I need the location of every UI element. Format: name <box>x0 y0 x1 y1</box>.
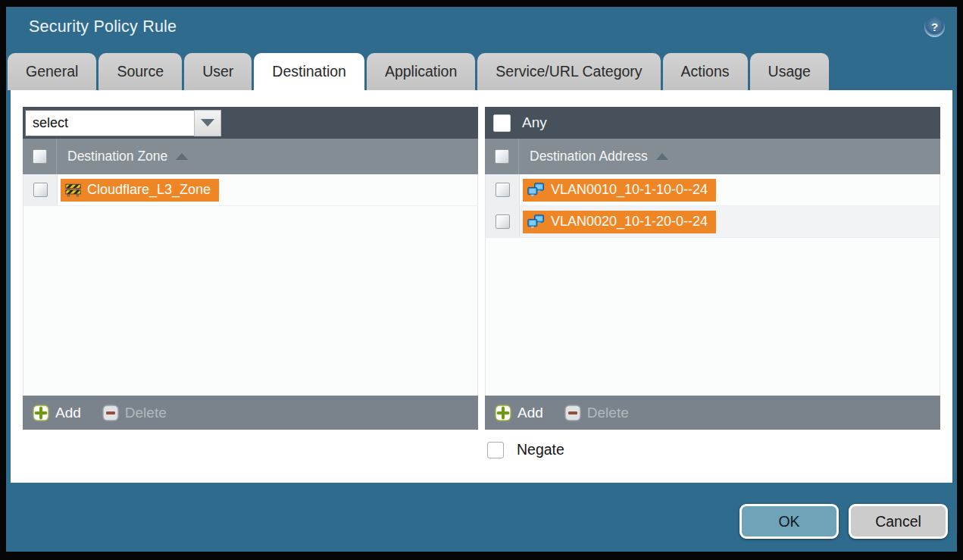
tab-general[interactable]: General <box>8 53 96 90</box>
any-toggle[interactable]: Any <box>487 114 547 132</box>
plus-icon <box>33 405 49 421</box>
destination-zone-panel: Destination Zone <box>23 107 478 430</box>
minus-icon <box>564 405 581 421</box>
destination-tab-content: Destination Zone <box>11 90 952 483</box>
address-add-label: Add <box>517 405 543 421</box>
tab-user[interactable]: User <box>184 53 252 90</box>
destination-address-panel: Any Destination Address <box>485 107 940 430</box>
zone-column-header: Destination Zone <box>23 139 478 174</box>
zone-select-input[interactable] <box>25 110 194 136</box>
zone-select-dropdown-button[interactable] <box>194 110 221 136</box>
tab-service-url-category[interactable]: Service/URL Category <box>477 53 660 90</box>
minus-icon <box>102 405 119 421</box>
zone-item[interactable]: Cloudflare_L3_Zone <box>61 179 219 202</box>
dialog-title: Security Policy Rule <box>29 17 177 36</box>
zone-list: Cloudflare_L3_Zone <box>23 174 478 396</box>
zone-item-label: Cloudflare_L3_Zone <box>87 182 211 198</box>
negate-row: Negate <box>23 441 940 458</box>
dialog-titlebar: Security Policy Rule ? <box>6 7 957 53</box>
tab-actions[interactable]: Actions <box>663 53 748 90</box>
cancel-button[interactable]: Cancel <box>849 504 948 539</box>
plus-icon <box>495 405 511 421</box>
zone-delete-label: Delete <box>125 405 167 421</box>
address-item[interactable]: VLAN0010_10-1-10-0--24 <box>523 179 716 202</box>
any-label: Any <box>522 114 547 131</box>
address-select-all-checkbox[interactable] <box>495 149 509 164</box>
zone-panel-toolbar <box>23 107 478 139</box>
address-row-checkbox[interactable] <box>496 183 510 197</box>
tab-application[interactable]: Application <box>367 53 475 90</box>
address-column-header: Destination Address <box>485 139 940 174</box>
tab-usage[interactable]: Usage <box>750 53 829 90</box>
sort-asc-icon <box>176 153 188 160</box>
negate-toggle[interactable]: Negate <box>485 441 940 458</box>
network-address-icon <box>527 214 545 229</box>
address-column-sort[interactable]: Destination Address <box>519 139 668 174</box>
zone-select-combo <box>25 110 221 136</box>
address-row: VLAN0010_10-1-10-0--24 <box>486 174 940 206</box>
address-delete-button[interactable]: Delete <box>564 405 629 421</box>
zone-add-button[interactable]: Add <box>33 405 81 421</box>
any-checkbox[interactable] <box>493 114 511 132</box>
address-select-all-cell <box>485 139 519 174</box>
zone-select-all-checkbox[interactable] <box>33 149 47 164</box>
address-row-checkbox[interactable] <box>496 214 510 229</box>
zone-row: Cloudflare_L3_Zone <box>23 174 477 206</box>
help-icon[interactable]: ? <box>924 17 945 37</box>
security-policy-rule-dialog: Security Policy Rule ? General Source Us… <box>0 0 963 560</box>
sort-asc-icon <box>656 153 668 160</box>
ok-button[interactable]: OK <box>739 504 839 539</box>
address-column-label: Destination Address <box>530 149 648 164</box>
tab-source[interactable]: Source <box>98 53 182 90</box>
dialog-footer: OK Cancel <box>6 483 957 552</box>
network-address-icon <box>527 183 545 197</box>
zone-column-label: Destination Zone <box>67 149 167 164</box>
tab-destination[interactable]: Destination <box>254 53 364 90</box>
zone-column-sort[interactable]: Destination Zone <box>57 139 188 174</box>
negate-checkbox[interactable] <box>487 442 504 458</box>
tab-strip: General Source User Destination Applicat… <box>6 53 957 90</box>
address-panel-toolbar: Any <box>485 107 940 139</box>
address-panel-footer: Add Delete <box>485 396 940 430</box>
address-row: VLAN0020_10-1-20-0--24 <box>486 206 940 238</box>
zone-select-all-cell <box>23 139 57 174</box>
zone-delete-button[interactable]: Delete <box>102 405 167 421</box>
address-list: VLAN0010_10-1-10-0--24 <box>485 174 940 396</box>
zone-row-checkbox[interactable] <box>33 183 48 197</box>
address-row-checkbox-cell <box>486 206 520 237</box>
zone-icon <box>65 183 81 197</box>
zone-row-checkbox-cell <box>23 174 58 205</box>
address-delete-label: Delete <box>587 405 629 421</box>
address-add-button[interactable]: Add <box>495 405 543 421</box>
zone-add-label: Add <box>55 405 81 421</box>
address-row-checkbox-cell <box>486 174 520 205</box>
address-item-label: VLAN0020_10-1-20-0--24 <box>551 214 708 230</box>
address-item-label: VLAN0010_10-1-10-0--24 <box>551 182 708 198</box>
chevron-down-icon <box>201 119 214 127</box>
address-item[interactable]: VLAN0020_10-1-20-0--24 <box>523 211 716 233</box>
negate-label: Negate <box>517 441 564 458</box>
zone-panel-footer: Add Delete <box>23 396 478 430</box>
